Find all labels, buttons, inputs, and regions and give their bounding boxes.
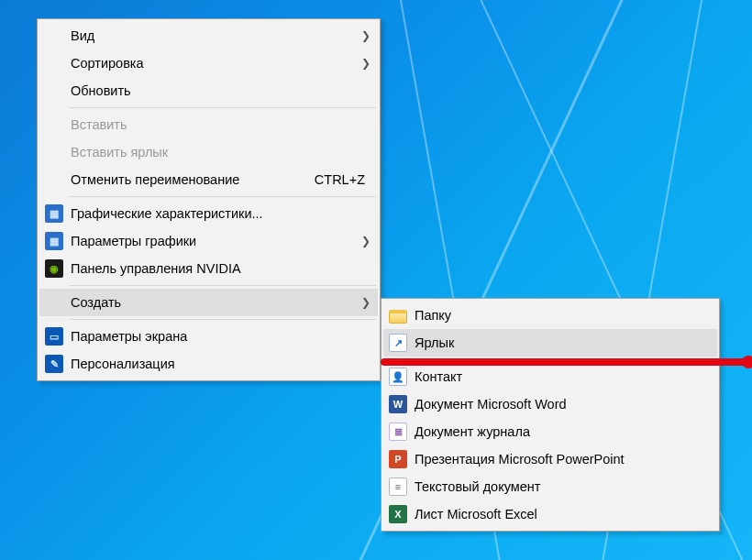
menu-item-sort[interactable]: Сортировка ❯ — [39, 49, 378, 77]
submenu-new: Папку ↗ Ярлык 👤 Контакт W Документ Micro… — [381, 298, 720, 532]
menu-item-graphics-properties[interactable]: ▦ Графические характеристики... — [39, 200, 378, 227]
menu-item-label: Персонализация — [71, 357, 370, 371]
submenu-item-journal[interactable]: ≣ Документ журнала — [383, 418, 717, 445]
menu-item-new[interactable]: Создать ❯ — [39, 289, 378, 316]
menu-item-label: Создать — [71, 295, 358, 310]
submenu-item-contact[interactable]: 👤 Контакт — [383, 363, 717, 390]
menu-item-label: Контакт — [415, 369, 710, 384]
chevron-right-icon: ❯ — [358, 57, 370, 70]
shortcut-icon: ↗ — [389, 334, 407, 352]
chevron-right-icon: ❯ — [358, 29, 370, 42]
menu-item-display-settings[interactable]: ▭ Параметры экрана — [39, 323, 378, 350]
menu-item-label: Панель управления NVIDIA — [71, 261, 370, 276]
journal-icon: ≣ — [389, 423, 407, 441]
text-icon: ≡ — [389, 478, 407, 496]
menu-item-shortcut: CTRL+Z — [315, 172, 370, 187]
submenu-item-word[interactable]: W Документ Microsoft Word — [383, 390, 717, 418]
menu-item-view[interactable]: Вид ❯ — [39, 22, 378, 49]
menu-separator — [69, 285, 376, 286]
menu-item-label: Вставить — [71, 117, 370, 132]
powerpoint-icon: P — [389, 450, 407, 468]
menu-item-graphics-options[interactable]: ▦ Параметры графики ❯ — [39, 227, 378, 255]
desktop-context-menu: Вид ❯ Сортировка ❯ Обновить Вставить Вст… — [37, 18, 381, 381]
menu-item-paste: Вставить — [39, 111, 378, 138]
annotation-highlight — [381, 358, 752, 366]
menu-item-label: Текстовый документ — [415, 479, 710, 494]
chevron-right-icon: ❯ — [358, 235, 370, 247]
menu-item-nvidia-panel[interactable]: ◉ Панель управления NVIDIA — [39, 255, 378, 282]
menu-item-label: Параметры графики — [71, 234, 358, 248]
menu-separator — [69, 196, 376, 197]
menu-item-label: Графические характеристики... — [71, 206, 370, 221]
menu-item-personalize[interactable]: ✎ Персонализация — [39, 350, 378, 378]
menu-item-paste-shortcut: Вставить ярлык — [39, 138, 378, 166]
submenu-item-excel[interactable]: X Лист Microsoft Excel — [383, 500, 717, 528]
menu-item-label: Документ Microsoft Word — [415, 397, 710, 412]
menu-item-label: Вид — [71, 28, 358, 43]
intel-icon: ▦ — [45, 204, 63, 223]
excel-icon: X — [389, 505, 407, 523]
contact-icon: 👤 — [389, 368, 407, 386]
menu-item-label: Ярлык — [415, 335, 710, 350]
menu-item-label: Параметры экрана — [71, 329, 370, 344]
submenu-item-text[interactable]: ≡ Текстовый документ — [383, 473, 717, 500]
menu-item-label: Обновить — [71, 83, 370, 98]
intel-icon: ▦ — [45, 232, 63, 250]
menu-item-label: Лист Microsoft Excel — [415, 507, 710, 522]
nvidia-icon: ◉ — [45, 259, 63, 278]
menu-item-label: Сортировка — [71, 56, 358, 71]
menu-item-undo-rename[interactable]: Отменить переименование CTRL+Z — [39, 166, 378, 193]
menu-separator — [69, 107, 376, 108]
display-icon: ▭ — [45, 327, 63, 346]
chevron-right-icon: ❯ — [358, 296, 370, 309]
menu-item-label: Документ журнала — [415, 424, 710, 439]
menu-item-refresh[interactable]: Обновить — [39, 77, 378, 104]
personalize-icon: ✎ — [45, 355, 63, 373]
submenu-item-shortcut[interactable]: ↗ Ярлык — [383, 329, 717, 357]
menu-item-label: Презентация Microsoft PowerPoint — [415, 452, 710, 467]
menu-item-label: Вставить ярлык — [71, 145, 370, 159]
submenu-item-powerpoint[interactable]: P Презентация Microsoft PowerPoint — [383, 445, 717, 473]
menu-separator — [69, 319, 376, 320]
submenu-item-folder[interactable]: Папку — [383, 302, 717, 329]
menu-item-label: Отменить переименование — [71, 172, 315, 187]
menu-item-label: Папку — [415, 308, 710, 323]
folder-icon — [389, 310, 407, 324]
word-icon: W — [389, 395, 407, 413]
